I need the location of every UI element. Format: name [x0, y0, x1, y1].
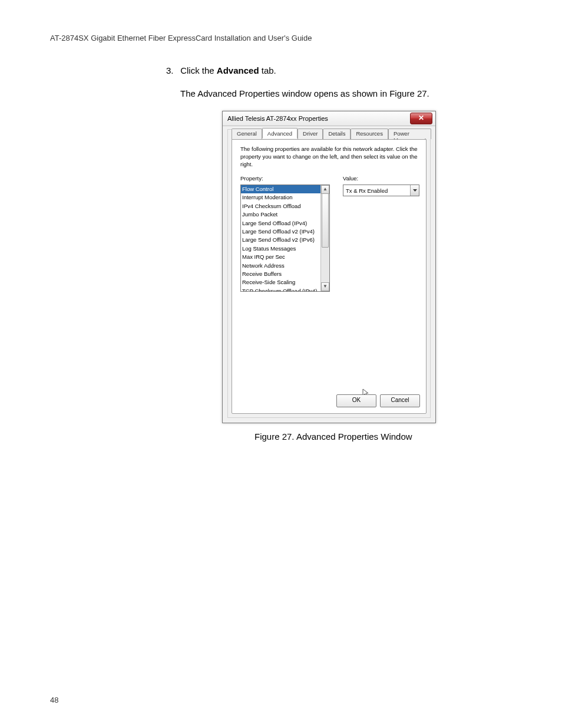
value-label: Value: [343, 175, 358, 182]
value-combobox[interactable]: Tx & Rx Enabled [343, 185, 419, 196]
page-header: AT-2874SX Gigabit Ethernet Fiber Express… [50, 34, 312, 42]
dialog-body: General Advanced Driver Details Resource… [227, 129, 431, 418]
list-item[interactable]: Receive-Side Scaling [241, 278, 320, 286]
step-text-post: tab. [259, 65, 276, 75]
tab-power-management[interactable]: Power Management [388, 129, 431, 139]
tab-advanced[interactable]: Advanced [262, 128, 297, 139]
scroll-thumb[interactable] [322, 193, 329, 248]
figure-caption: Figure 27. Advanced Properties Window [254, 431, 412, 442]
tab-resources[interactable]: Resources [351, 129, 388, 139]
list-item[interactable]: Log Status Messages [241, 245, 320, 253]
page-number: 48 [50, 696, 58, 704]
list-item[interactable]: Large Send Offload v2 (IPv6) [241, 236, 320, 244]
chevron-down-icon [413, 189, 417, 192]
property-label: Property: [240, 175, 263, 182]
tab-driver[interactable]: Driver [297, 129, 323, 139]
close-button[interactable]: ✕ [410, 113, 432, 124]
property-list-items: Flow Control Interrupt Moderation IPv4 C… [241, 185, 320, 291]
list-item[interactable]: Large Send Offload (IPv4) [241, 219, 320, 228]
tab-details[interactable]: Details [323, 129, 351, 139]
cancel-button[interactable]: Cancel [380, 394, 420, 407]
step-3: 3. Click the Advanced tab. [166, 65, 276, 75]
advanced-tab-pane: The following properties are available f… [232, 139, 427, 414]
list-item[interactable]: TCP Checksum Offload (IPv4) [241, 287, 320, 291]
close-icon: ✕ [418, 114, 424, 122]
step-text-pre: Click the [180, 65, 217, 75]
tab-general[interactable]: General [232, 129, 262, 139]
value-combobox-text: Tx & Rx Enabled [343, 187, 410, 194]
property-listbox[interactable]: Flow Control Interrupt Moderation IPv4 C… [240, 185, 330, 292]
scroll-up-icon[interactable]: ▲ [321, 185, 329, 194]
ok-button[interactable]: OK [336, 394, 376, 407]
step-text-bold: Advanced [217, 65, 259, 75]
list-item[interactable]: Receive Buffers [241, 270, 320, 278]
dialog-title-text: Allied Telesis AT-2874xx Properties [227, 115, 328, 122]
list-item[interactable]: Network Address [241, 262, 320, 270]
step-description: The Advanced Properties window opens as … [180, 88, 429, 98]
step-number: 3. [166, 65, 178, 75]
instruction-text: The following properties are available f… [240, 146, 418, 168]
list-item[interactable]: Jumbo Packet [241, 210, 320, 219]
tab-strip: General Advanced Driver Details Resource… [232, 129, 431, 139]
list-item[interactable]: Large Send Offload v2 (IPv4) [241, 228, 320, 236]
scroll-down-icon[interactable]: ▼ [321, 282, 329, 291]
list-item[interactable]: Max IRQ per Sec [241, 253, 320, 261]
svg-marker-0 [413, 189, 417, 192]
list-item[interactable]: Flow Control [241, 185, 320, 193]
dialog-button-row: OK Cancel [336, 394, 420, 407]
dialog-title-bar[interactable]: Allied Telesis AT-2874xx Properties ✕ [223, 111, 435, 126]
list-item[interactable]: IPv4 Checksum Offload [241, 202, 320, 210]
properties-dialog: Allied Telesis AT-2874xx Properties ✕ Ge… [222, 111, 436, 423]
list-item[interactable]: Interrupt Moderation [241, 193, 320, 202]
listbox-scrollbar[interactable]: ▲ ▼ [320, 185, 329, 291]
combobox-dropdown-button[interactable] [410, 185, 419, 196]
